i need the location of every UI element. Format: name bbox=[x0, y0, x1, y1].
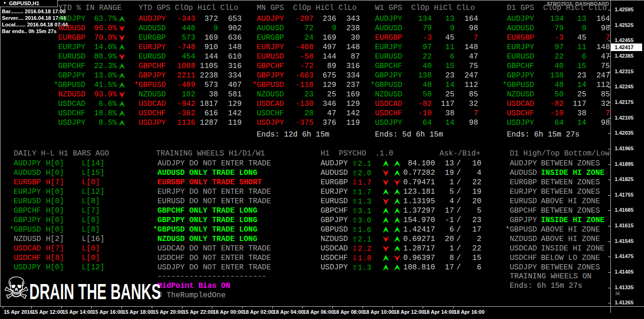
trade-advice: EURJPY DO NOT ENTER TRADE bbox=[157, 188, 299, 196]
cllo-value: 142 bbox=[218, 109, 242, 118]
trade-advice: AUDJPY DO NOT ENTER TRADE bbox=[157, 159, 299, 168]
arrow-down-icon bbox=[380, 246, 392, 252]
pair-label: USDCHF bbox=[510, 254, 541, 262]
pair-label: AUDJPY bbox=[321, 159, 352, 168]
high-bars-ago: H[0] bbox=[46, 197, 82, 206]
ask-bars: 6 bbox=[435, 225, 454, 234]
arrow-up-icon bbox=[117, 63, 127, 69]
training-row-NZDUSD: NZDUSD ONLY TRADE LONG bbox=[153, 234, 299, 244]
range-row-AUDUSD: AUDUSD99.0% bbox=[53, 24, 127, 33]
w1-gps-row-AUDJPY: AUDJPY13413164 bbox=[370, 14, 478, 24]
arrow-up-icon bbox=[117, 44, 127, 51]
arrow-up-icon bbox=[392, 217, 403, 224]
arrow-up-icon bbox=[380, 189, 392, 195]
pair-label: AUDUSD bbox=[58, 24, 86, 33]
trade-advice: GBPUSD ONLY TRADE LONG bbox=[157, 225, 299, 234]
cllo-value: 653 bbox=[218, 15, 242, 23]
daily-hl-header: DAILY H-L H1 BARS AGO bbox=[14, 149, 109, 159]
price-label: 1.42455 bbox=[615, 37, 634, 43]
psycho-row-GBPUSD: GBPUSD⇧1.61.424176/17 bbox=[321, 225, 481, 234]
high-bars-ago: H[8] bbox=[46, 254, 82, 262]
arrow-up-icon bbox=[117, 101, 127, 107]
arrow-up-glyph bbox=[394, 161, 400, 167]
cllo-value: 7 bbox=[586, 109, 610, 118]
price-label: 1.42315 bbox=[615, 69, 634, 74]
zone-status: BELOW LO ZONE bbox=[541, 254, 621, 262]
mn-ends-label: Ends: 12d 6h 15m bbox=[257, 130, 330, 140]
daily-hl-row-AUDJPY: AUDJPYH[0]L[14] bbox=[9, 159, 115, 168]
time-label: 18 Apr 08:00 bbox=[333, 309, 364, 315]
low-bars-ago: L[12] bbox=[82, 263, 115, 272]
price-axis[interactable]: 1.425951.425251.424551.423851.423151.422… bbox=[611, 0, 644, 319]
pair-label: EURGBP bbox=[375, 34, 402, 42]
clop-value: 1136 bbox=[166, 119, 195, 127]
pair-label: GBPCHF bbox=[14, 207, 46, 215]
low-bars-ago: L[7] bbox=[82, 207, 115, 215]
pair-label: EURJPY bbox=[139, 43, 166, 52]
last-price: 0.96397 bbox=[403, 254, 435, 262]
arrow-up-glyph bbox=[119, 16, 125, 22]
ask-bars: 1 bbox=[435, 244, 454, 253]
bid-bars: 22 bbox=[463, 244, 481, 253]
pair-label: GBPUSD bbox=[14, 225, 46, 234]
trade-advice: AUDUSD ONLY TRADE LONG bbox=[157, 169, 299, 177]
pair-label: USDCAD bbox=[321, 244, 352, 253]
pair-label: GBPUSD bbox=[58, 81, 86, 89]
zone-status: BETWEEN ZONES bbox=[541, 263, 621, 272]
pair-label: EURJPY bbox=[14, 188, 46, 196]
arrow-up-glyph bbox=[119, 82, 125, 88]
time-label: 18 Apr 16:00 bbox=[454, 309, 485, 315]
cllo-value: 610 bbox=[218, 52, 242, 61]
range-pct: 8.5% bbox=[86, 119, 117, 127]
hicl-value: 117 bbox=[564, 100, 586, 108]
time-axis[interactable]: 15 Apr 201615 Apr 12:0015 Apr 14:0015 Ap… bbox=[0, 306, 644, 319]
star-marker: * bbox=[153, 225, 157, 234]
pair-label: USDJPY bbox=[507, 119, 534, 127]
trade-advice: USDCAD DO NOT ENTER TRADE bbox=[157, 244, 299, 253]
price-tick bbox=[608, 87, 611, 87]
mn-gps-row-USDJPY: USDJPY-375376119 bbox=[252, 118, 360, 128]
w1-gps-row-USDCAD: USDCAD-8211732 bbox=[370, 99, 478, 109]
pair-label: GBPCHF bbox=[321, 207, 352, 215]
clop-value: -375 bbox=[284, 119, 313, 127]
arrow-up-glyph bbox=[119, 101, 125, 107]
price-label: 1.41405 bbox=[615, 269, 634, 275]
mn-gps-row-AUDUSD: AUDUSD729238 bbox=[252, 24, 360, 33]
high-bars-ago: H[0] bbox=[46, 159, 82, 168]
pair-label: NZDUSD bbox=[375, 90, 402, 99]
time-label: 18 Apr 14:00 bbox=[424, 309, 454, 315]
cllo-value: 7 bbox=[454, 109, 478, 118]
hicl-value: 675 bbox=[313, 71, 336, 80]
cllo-value: 119 bbox=[218, 119, 242, 127]
block-arrow-down-icon: ⇩ bbox=[352, 178, 358, 187]
last-price: 154.970 bbox=[403, 216, 435, 224]
pair-label: AUDUSD bbox=[139, 24, 166, 33]
last-price: 84.100 bbox=[403, 159, 435, 168]
pair-label: AUDUSD bbox=[507, 24, 534, 33]
price-label: 1.41615 bbox=[615, 223, 634, 228]
w1-gps-row-GBPCHF: GBPCHF401575 bbox=[370, 61, 478, 71]
price-label: 1.41755 bbox=[615, 192, 634, 198]
ytd-gps-row-GBPUSD: *GBPUSD-489573407 bbox=[134, 80, 242, 90]
bid-bars: 2 bbox=[463, 235, 481, 243]
mn-gps-row-EURUSD: EURUSD-5814487 bbox=[252, 52, 360, 61]
daily-hl-row-NZDUSD: NZDUSDH[2]L[16] bbox=[9, 234, 115, 244]
arrow-down-glyph bbox=[383, 170, 389, 176]
clop-value: 23 bbox=[284, 90, 313, 99]
chart-title-tab[interactable]: ▼ GBPUSD,H1 bbox=[0, 0, 58, 7]
cllo-value: 343 bbox=[336, 15, 360, 23]
pair-label: GBPUSD bbox=[321, 225, 352, 234]
pair-label: USDJPY bbox=[58, 119, 86, 127]
clop-value: -3 bbox=[534, 34, 564, 42]
hicl-value: 9 bbox=[313, 24, 336, 33]
hicl-value: 497 bbox=[313, 43, 336, 52]
arrow-down-icon bbox=[380, 180, 392, 186]
cllo-value: 75 bbox=[454, 62, 478, 70]
time-label: 15 Apr 14:00 bbox=[62, 309, 93, 315]
askbid-separator: / bbox=[454, 188, 463, 196]
arrow-down-glyph bbox=[119, 54, 125, 60]
pair-label: AUDUSD bbox=[257, 24, 284, 33]
hicl-value: 23 bbox=[564, 71, 586, 80]
cllo-value: 47 bbox=[454, 52, 478, 61]
clop-value: 79 bbox=[534, 24, 564, 33]
